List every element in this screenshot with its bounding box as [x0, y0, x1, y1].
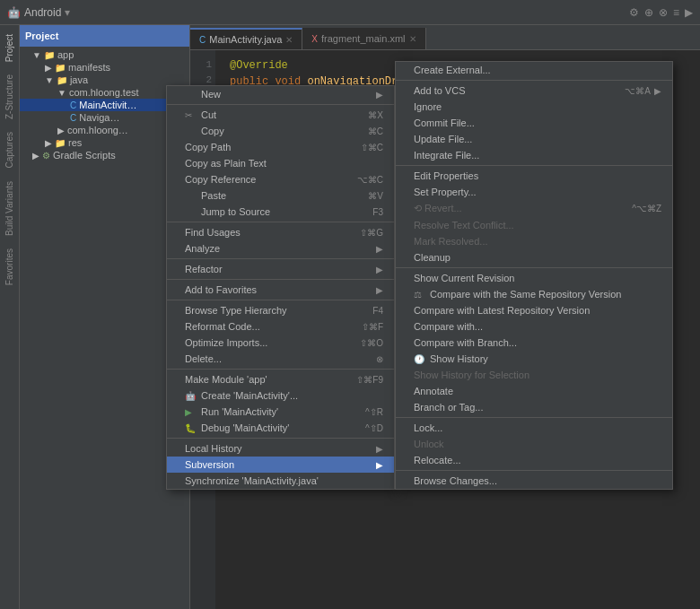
menu-item-cut[interactable]: ✂ Cut ⌘X	[167, 107, 394, 123]
sidebar-item-project[interactable]: Project	[3, 29, 16, 67]
vcs-show-current-revision[interactable]: Show Current Revision	[396, 270, 672, 286]
tab-fragment-main[interactable]: X fragment_main.xml ✕	[302, 28, 425, 49]
vcs-add-to-vcs[interactable]: Add to VCS ⌥⌘A ▶	[396, 83, 672, 99]
folder-icon: 📁	[55, 63, 66, 73]
menu-item-copy-ref[interactable]: Copy Reference ⌥⌘C	[167, 171, 394, 187]
tree-item-res[interactable]: ▶ 📁 res	[20, 136, 189, 149]
menu-item-copy-path[interactable]: Copy Path ⇧⌘C	[167, 139, 394, 155]
vcs-revert: ⟲ Revert... ^⌥⌘Z	[396, 200, 672, 217]
separator	[396, 417, 672, 418]
vcs-show-history-selection: Show History for Selection	[396, 367, 672, 383]
tab-close-mainactivity[interactable]: ✕	[285, 35, 293, 45]
project-title: Android	[24, 6, 61, 19]
run-icon[interactable]: ▶	[685, 6, 693, 19]
menu-item-delete[interactable]: Delete... ⊗	[167, 351, 394, 367]
vcs-cleanup[interactable]: Cleanup	[396, 249, 672, 265]
vcs-lock[interactable]: Lock...	[396, 420, 672, 436]
separator	[167, 222, 394, 222]
tree-item-mainactivity[interactable]: C MainActivit…	[20, 99, 189, 111]
tree-item-gradle[interactable]: ▶ ⚙ Gradle Scripts	[20, 149, 189, 161]
sidebar-item-favorites[interactable]: Favorites	[3, 243, 16, 291]
tree-item-manifests[interactable]: ▶ 📁 manifests	[20, 61, 189, 74]
separator	[167, 258, 394, 259]
menu-item-refactor[interactable]: Refactor ▶	[167, 261, 394, 277]
add-icon[interactable]: ⊕	[644, 6, 653, 19]
folder-icon: 📁	[44, 50, 55, 60]
separator	[167, 300, 394, 300]
java-tab-icon: C	[199, 35, 206, 45]
menu-item-paste[interactable]: Paste ⌘V	[167, 187, 394, 204]
menu-item-browse-hierarchy[interactable]: Browse Type Hierarchy F4	[167, 302, 394, 318]
menu-item-debug[interactable]: 🐛 Debug 'MainActivity' ^⇧D	[167, 420, 394, 436]
menu-item-find-usages[interactable]: Find Usages ⇧⌘G	[167, 224, 394, 240]
vcs-resolve-conflict: Resolve Text Conflict...	[396, 217, 672, 233]
project-panel-header: Project	[20, 25, 189, 47]
sidebar-item-captures[interactable]: Captures	[3, 126, 16, 174]
submenu-arrow: ▶	[376, 444, 383, 454]
expand-icon: ▼	[57, 88, 66, 98]
tree-item-java[interactable]: ▼ 📁 java	[20, 74, 189, 86]
vcs-compare-latest-repo[interactable]: Compare with Latest Repository Version	[396, 302, 672, 318]
separator	[167, 279, 394, 280]
vcs-compare-same-repo[interactable]: ⚖ Compare with the Same Repository Versi…	[396, 286, 672, 302]
menu-item-create-mainactivity[interactable]: 🤖 Create 'MainActivity'...	[167, 387, 394, 404]
project-tree: ▼ 📁 app ▶ 📁 manifests ▼ 📁 java ▼ com.hlo…	[20, 47, 189, 609]
tree-item-navigation[interactable]: C Naviga…	[20, 111, 189, 124]
vcs-compare-with[interactable]: Compare with...	[396, 318, 672, 335]
run-item-icon: ▶	[185, 407, 197, 417]
vcs-compare-branch[interactable]: Compare with Branch...	[396, 335, 672, 351]
vcs-update-file[interactable]: Update File...	[396, 131, 672, 147]
vcs-integrate-file[interactable]: Integrate File...	[396, 147, 672, 163]
sidebar-item-build-variants[interactable]: Build Variants	[3, 176, 16, 241]
folder-icon: 📁	[57, 75, 67, 85]
vcs-ignore[interactable]: Ignore	[396, 99, 672, 115]
menu-item-copy-plain[interactable]: Copy as Plain Text	[167, 155, 394, 171]
separator	[167, 369, 394, 370]
menu-item-copy[interactable]: Copy ⌘C	[167, 123, 394, 139]
vcs-unlock: Unlock	[396, 436, 672, 452]
menu-item-new[interactable]: New ▶	[167, 86, 394, 102]
menu-item-jump-source[interactable]: Jump to Source F3	[167, 204, 394, 220]
vcs-annotate[interactable]: Annotate	[396, 383, 672, 399]
top-bar-icons: ⚙ ⊕ ⊗ ≡ ▶	[629, 6, 693, 19]
java-file-icon: C	[70, 113, 76, 123]
menu-item-synchronize[interactable]: Synchronize 'MainActivity.java'	[167, 473, 394, 489]
tab-close-fragment[interactable]: ✕	[409, 34, 416, 44]
tree-item-package-main[interactable]: ▼ com.hloong.test	[20, 86, 189, 99]
menu-item-reformat[interactable]: Reformat Code... ⇧⌘F	[167, 318, 394, 335]
vcs-show-history[interactable]: 🕐 Show History	[396, 351, 672, 367]
settings-icon[interactable]: ⚙	[629, 6, 639, 19]
separator	[167, 104, 394, 105]
menu-item-optimize-imports[interactable]: Optimize Imports... ⇧⌘O	[167, 335, 394, 351]
menu-item-local-history[interactable]: Local History ▶	[167, 440, 394, 457]
separator	[396, 267, 672, 268]
menu-item-add-favorites[interactable]: Add to Favorites ▶	[167, 282, 394, 298]
menu-icon[interactable]: ≡	[673, 6, 679, 19]
separator	[396, 80, 672, 81]
expand-icon: ▶	[45, 138, 52, 148]
menu-item-run[interactable]: ▶ Run 'MainActivity' ^⇧R	[167, 404, 394, 420]
java-file-icon: C	[70, 100, 76, 110]
menu-item-analyze[interactable]: Analyze ▶	[167, 240, 394, 257]
compare-icon: ⚖	[414, 290, 426, 300]
sidebar-item-structure[interactable]: Z-Structure	[3, 69, 16, 125]
vcs-branch-tag[interactable]: Branch or Tag...	[396, 399, 672, 415]
android-icon: 🤖	[7, 6, 21, 19]
menu-item-make-module[interactable]: Make Module 'app' ⇧⌘F9	[167, 371, 394, 387]
dropdown-arrow[interactable]: ▾	[65, 6, 70, 19]
expand-icon: ▼	[32, 50, 41, 60]
vcs-edit-properties[interactable]: Edit Properties	[396, 168, 672, 184]
tree-item-package-test[interactable]: ▶ com.hloong…	[20, 124, 189, 136]
menu-item-subversion[interactable]: Subversion ▶	[167, 457, 394, 473]
vcs-commit-file[interactable]: Commit File...	[396, 115, 672, 131]
tree-item-app[interactable]: ▼ 📁 app	[20, 48, 189, 61]
submenu-arrow: ▶	[654, 86, 661, 96]
close-icon[interactable]: ⊗	[659, 6, 668, 19]
submenu-arrow: ▶	[376, 244, 383, 254]
vcs-set-property[interactable]: Set Property...	[396, 184, 672, 200]
vcs-create-external[interactable]: Create External...	[396, 62, 672, 78]
tab-mainactivity[interactable]: C MainActivity.java ✕	[190, 28, 302, 49]
gradle-icon: ⚙	[42, 151, 50, 161]
vcs-browse-changes[interactable]: Browse Changes...	[396, 473, 672, 489]
vcs-relocate[interactable]: Relocate...	[396, 452, 672, 468]
